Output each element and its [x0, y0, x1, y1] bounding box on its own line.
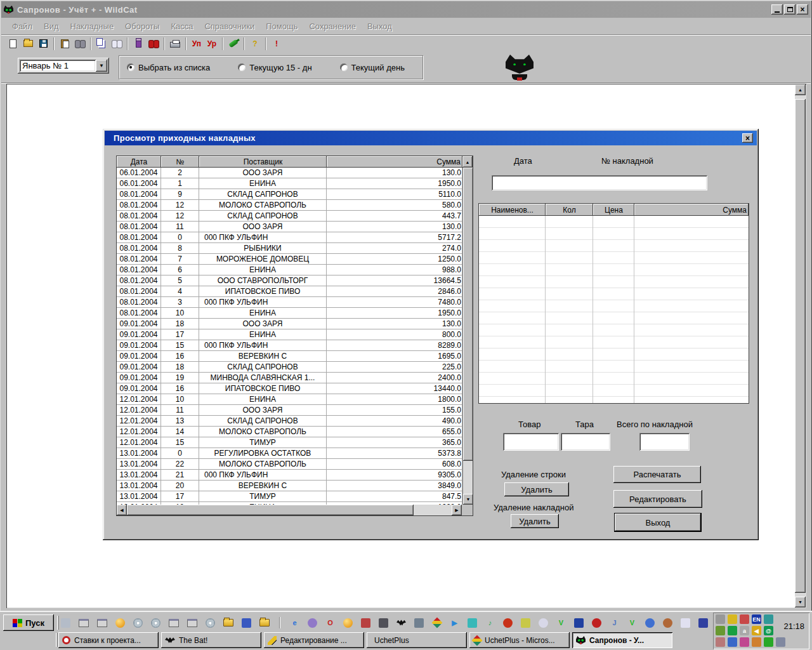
home-icon[interactable]	[752, 637, 761, 647]
items-column-header-0[interactable]: Наименов...	[479, 204, 546, 216]
dialog-close-button[interactable]: ×	[742, 133, 753, 143]
notes-icon[interactable]	[468, 618, 477, 628]
scroll-left-button[interactable]: ◀	[117, 505, 127, 515]
pin-icon[interactable]	[740, 614, 749, 624]
menu-item-справочники[interactable]: Справочники	[199, 20, 260, 33]
exit-button[interactable]: Выход	[614, 513, 702, 532]
scroll-down-button[interactable]: ▼	[463, 494, 473, 505]
orange-ball-icon[interactable]	[343, 618, 353, 628]
invoice-row[interactable]: 09.01.200415000 ПКФ УЛЬФИН8289.0	[117, 340, 462, 351]
menu-item-накладные[interactable]: Накладные	[65, 20, 120, 33]
minimized-window-icon[interactable]	[97, 619, 107, 627]
delete-row-button[interactable]: Удалить	[504, 482, 569, 496]
task-button-opera[interactable]: Ставки к проекта...	[58, 632, 159, 648]
invoice-row[interactable]: 09.01.200418ООО ЗАРЯ130.0	[117, 319, 462, 329]
invoice-row[interactable]: 13.01.20040РЕГУЛИРОВКА ОСТАТКОВ5373.8	[117, 448, 462, 459]
toolbar-drag-handle[interactable]	[56, 633, 58, 647]
invoice-row[interactable]: 09.01.200417ЕНИНА800.0	[117, 329, 462, 340]
volume-icon[interactable]: ◀	[752, 626, 761, 635]
invoice-row[interactable]: 08.01.20049СКЛАД САПРОНОВ5110.0	[117, 189, 462, 200]
jar-icon[interactable]	[131, 37, 146, 51]
find-white-binoculars-icon[interactable]	[109, 37, 124, 51]
clover-icon[interactable]	[764, 637, 773, 647]
invoice-row[interactable]: 12.01.200414МОЛОКО СТАВРОПОЛЬ655.0	[117, 427, 462, 437]
column-header-2[interactable]: Поставщик	[199, 156, 327, 168]
up-report-button[interactable]: Уп	[189, 37, 204, 51]
date-invoice-number-field[interactable]	[492, 175, 707, 190]
alert-button[interactable]: !	[269, 37, 284, 51]
scroll-right-button[interactable]: ▶	[452, 505, 462, 515]
maximize-button[interactable]	[784, 4, 796, 15]
invoice-row[interactable]: 06.01.20042ООО ЗАРЯ130.0	[117, 168, 462, 178]
printer-share-icon[interactable]	[61, 618, 70, 628]
invoice-row[interactable]: 06.01.20041ЕНИНА1950.0	[117, 178, 462, 189]
find-red-binoculars-icon[interactable]	[146, 37, 161, 51]
minimize-button[interactable]	[771, 4, 783, 15]
uchetplus-icon[interactable]	[432, 618, 442, 628]
invoice-row[interactable]: 12.01.200410ЕНИНА1800.0	[117, 394, 462, 405]
folder-transfer-icon[interactable]	[259, 619, 270, 627]
scroll-up-button[interactable]: ▲	[462, 156, 473, 168]
scrollbar-thumb[interactable]	[127, 505, 414, 515]
dev-icon[interactable]	[574, 618, 584, 628]
paint-icon[interactable]	[521, 618, 530, 628]
menu-item-обороты[interactable]: Обороты	[119, 20, 165, 33]
start-button[interactable]: Пуск	[3, 614, 54, 631]
menu-item-помощь[interactable]: Помощь	[260, 20, 303, 33]
task-button-folder[interactable]: UchetPlus	[367, 632, 467, 648]
delete-invoice-button[interactable]: Удалить	[511, 514, 559, 528]
mail-icon[interactable]	[242, 618, 251, 628]
dialog-titlebar[interactable]: Просмотр приходных накладных ×	[105, 131, 757, 145]
cd-icon[interactable]	[151, 618, 160, 628]
tank-icon[interactable]	[361, 618, 370, 628]
column-header-3[interactable]: Сумма	[327, 156, 462, 168]
invoice-row[interactable]: 09.01.200418СКЛАД САПРОНОВ225.0	[117, 362, 462, 373]
radio-unselected-icon[interactable]	[238, 63, 246, 71]
dial-icon[interactable]	[716, 614, 725, 624]
music-note-icon[interactable]: ♪	[485, 618, 495, 628]
invoice-row[interactable]: 08.01.200412МОЛОКО СТАВРОПОЛЬ580.0	[117, 200, 462, 211]
minimized-window-icon[interactable]	[169, 619, 179, 627]
paintbrush-icon[interactable]	[681, 618, 690, 628]
invoice-row[interactable]: 13.01.200420ВЕРЕВКИН С3849.0	[117, 481, 462, 491]
invoice-row[interactable]: 09.01.200416ВЕРЕВКИН С1695.0	[117, 351, 462, 362]
task-button-bat[interactable]: The Bat!	[161, 632, 261, 648]
cd-icon[interactable]	[133, 618, 143, 628]
scroll-up-button[interactable]: ▲	[795, 84, 806, 95]
brush-icon[interactable]	[728, 614, 737, 624]
close-button[interactable]: ×	[797, 4, 808, 15]
invoice-row[interactable]: 08.01.20040000 ПКФ УЛЬФИН5717.2	[117, 232, 462, 243]
nvidia-icon[interactable]	[716, 626, 725, 635]
minimized-window-icon[interactable]	[79, 619, 89, 627]
scrollbar-thumb[interactable]	[463, 168, 473, 461]
toolbar-drag-handle[interactable]	[57, 616, 59, 630]
document-icon[interactable]	[379, 618, 388, 628]
radio-unselected-icon[interactable]	[340, 63, 348, 71]
invoice-row[interactable]: 08.01.200411ООО ЗАРЯ130.0	[117, 222, 462, 232]
swoosh-icon[interactable]	[728, 637, 737, 647]
refresh-icon[interactable]	[728, 626, 737, 635]
red-badge-icon[interactable]	[592, 618, 601, 628]
save-icon[interactable]	[36, 37, 51, 51]
new-document-icon[interactable]	[5, 37, 20, 51]
hedgehog-icon[interactable]	[663, 618, 672, 628]
invoice-table-vscrollbar[interactable]: ▼	[462, 168, 473, 505]
radio-option-1[interactable]: Текущую 15 - дн	[238, 63, 311, 72]
radio-option-2[interactable]: Текущий день	[340, 63, 405, 72]
invoice-total-field[interactable]	[639, 433, 690, 451]
tare-total-field[interactable]	[561, 433, 610, 451]
scrollbar-track[interactable]	[414, 505, 452, 515]
flame-icon[interactable]	[503, 618, 513, 628]
menu-item-сохранение[interactable]: Сохранение	[303, 20, 362, 33]
media-player-icon[interactable]: ▶	[450, 618, 459, 628]
combobox-dropdown-button[interactable]: ▼	[96, 60, 107, 72]
scroll-down-button[interactable]: ▼	[795, 597, 806, 607]
paste-icon[interactable]	[57, 37, 72, 51]
task-button-diamond[interactable]: UchetPlus - Micros...	[469, 632, 570, 648]
java-icon[interactable]: J	[610, 618, 619, 628]
invoice-row[interactable]: 08.01.200412СКЛАД САПРОНОВ443.7	[117, 211, 462, 222]
invoice-row[interactable]: 08.01.20047МОРОЖЕНОЕ ДОМОВЕЦ1250.0	[117, 254, 462, 265]
invoice-row[interactable]: 13.01.200421000 ПКФ УЛЬФИН9305.0	[117, 470, 462, 481]
card-icon[interactable]	[716, 637, 725, 647]
timer-icon[interactable]	[539, 618, 548, 628]
